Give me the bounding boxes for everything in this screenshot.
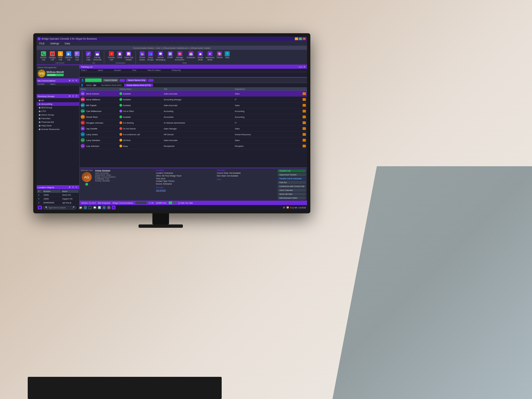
search-global-button[interactable]: Search Global xyxy=(103,79,118,82)
show-call-details-button[interactable]: 📊 Show CallDetails xyxy=(124,51,134,61)
scheduler-button[interactable]: 📅 Scheduler xyxy=(186,51,196,61)
person-name-douglas: DJ Douglas Johnson xyxy=(81,121,119,125)
hold-call-button[interactable]: ⏸ HoldCall xyxy=(57,51,64,61)
tab-address-book[interactable]: My Address Book (842) xyxy=(99,84,124,87)
search-input[interactable] xyxy=(85,78,102,82)
dept-carl: Accounting xyxy=(235,110,306,112)
dir-icon-2[interactable]: ⊙ xyxy=(72,95,75,98)
loc-name: Support HG xyxy=(61,197,79,201)
table-row[interactable]: # 16000 Support HG xyxy=(37,197,79,201)
parking-ctrl-1[interactable]: ◁ xyxy=(298,66,300,68)
dir-icon-1[interactable]: ⊕ xyxy=(69,95,71,98)
maximize-button[interactable]: □ xyxy=(299,37,302,40)
left-sidebar: Demo Receptionist MW Melissa Wendt Avail… xyxy=(37,65,80,205)
table-row[interactable]: # 16000 Demo HG xyxy=(37,193,79,197)
table-row[interactable]: AG Anna Gomez Available Sales Associate … xyxy=(80,91,307,97)
park-ext-button[interactable]: Park Ext xyxy=(278,181,306,184)
dir-item-all[interactable]: All xyxy=(37,99,79,102)
manager-link[interactable]: Jay Geottle xyxy=(156,189,166,191)
call-voicemail-button[interactable]: 📩 Call MyVoicemail xyxy=(92,51,102,61)
person-name-jay: JG Jay Geottle xyxy=(81,126,119,131)
dir-item-favorites[interactable]: Favorites xyxy=(37,117,79,120)
endpoints-label: 884 Endpoints xyxy=(98,202,111,204)
operator-avatar: MW xyxy=(38,70,45,77)
close-button[interactable]: ✕ xyxy=(303,37,306,40)
resume-call-button[interactable]: ▶ ResumeCall xyxy=(64,51,73,61)
phone-books-button[interactable]: 📚 PhoneBooks xyxy=(139,51,146,61)
dir-item-hr[interactable]: Human Resources xyxy=(37,127,79,131)
conference-button[interactable]: Conference with Current Call xyxy=(278,185,306,188)
join-calls-button[interactable]: 🔗 JoinCalls xyxy=(85,51,92,61)
person-name-anna: AG Anna Gomez xyxy=(81,91,119,96)
conv-icon-3[interactable]: ✕ xyxy=(75,79,78,82)
parking-ctrl-2[interactable]: ▷ xyxy=(301,66,303,68)
conv-icon-1[interactable]: ⊕ xyxy=(69,79,71,82)
table-row[interactable]: DR Derek Riser Available Accountant Acco… xyxy=(80,114,307,120)
setup-groups-button[interactable]: 👥 SetupGroups xyxy=(147,51,155,61)
advanced-mode-button[interactable]: ⚙ AdvancedMode xyxy=(205,51,215,61)
dir-item-accounting[interactable]: Accounting xyxy=(37,102,79,106)
simple-mode-button[interactable]: ◼ SimpleMode xyxy=(197,51,204,61)
transfer-button[interactable]: ↗ TransferCall xyxy=(107,51,116,61)
hangup-call-button[interactable]: 📵 HangupCall xyxy=(48,51,57,61)
loc-icon-2[interactable]: ⊙ xyxy=(72,186,75,189)
folder-icon xyxy=(303,116,306,118)
progress-bar xyxy=(135,201,147,204)
dir-item-financial[interactable]: Financial Aid xyxy=(37,120,79,124)
users-calendar-button[interactable]: Users Calendar xyxy=(278,189,306,192)
table-row[interactable]: LJ Larry Jones In a conference call HR D… xyxy=(80,132,307,137)
crm-button[interactable]: 📋 CRMI xyxy=(116,51,123,61)
answer-icon: 📞 xyxy=(41,51,46,56)
search-nav-icons: 👤 xyxy=(81,79,84,81)
help-button[interactable]: ? Help xyxy=(224,51,231,61)
directory-list: All Accounting BOCGroup xyxy=(37,98,79,132)
selected-user-label: Selected User xyxy=(81,169,93,171)
table-row[interactable]: JG Jay Geottle Do Not Disturb Sales Mana… xyxy=(80,126,307,132)
queue-label: Q Calls: No Calls xyxy=(178,202,193,204)
conv-icon-2[interactable]: ⊙ xyxy=(72,79,75,82)
search-names-button[interactable]: Search Names Only xyxy=(126,79,147,82)
transfer-call-action-button[interactable]: Transfer Call xyxy=(278,169,306,172)
dir-item-bocgroup[interactable]: BOCGroup xyxy=(37,106,79,109)
loc-icon-3[interactable]: ✕ xyxy=(75,186,78,189)
table-row[interactable]: AW Anne Williams Available Accounting Ma… xyxy=(80,97,307,103)
dir-icon-3[interactable]: ✕ xyxy=(75,95,78,98)
tab-wards[interactable]: Wards 13 xyxy=(84,84,99,87)
table-row[interactable]: CW Carl Williamson Out of Office Account… xyxy=(80,108,307,114)
call-details-icon: 📊 xyxy=(126,51,131,56)
answer-call-button[interactable]: 📞 AnswerCall xyxy=(39,51,47,61)
dtmf-button[interactable]: 🔢 DTMF xyxy=(167,51,173,61)
minimize-button[interactable]: ─ xyxy=(295,37,298,40)
folder-icon xyxy=(303,104,306,107)
menu-file[interactable]: FILE xyxy=(38,42,46,45)
theme-button[interactable]: 🎨 Theme xyxy=(216,51,223,61)
status-anna: Available xyxy=(119,92,164,95)
messaging-button[interactable]: 💬 SecureMessaging xyxy=(155,51,166,61)
loc-icon-1[interactable]: ⊕ xyxy=(69,186,71,189)
menu-settings[interactable]: Settings xyxy=(49,42,60,45)
menu-data[interactable]: Data xyxy=(64,42,71,45)
table-row[interactable]: BT Bill Triplett Available Sales Associa… xyxy=(80,103,307,108)
manage-exclusions-button[interactable]: ⛔ ManageExclusions xyxy=(174,51,185,61)
supervised-transfer-button[interactable]: Supervised Transfer xyxy=(278,173,306,176)
calendar-detail-section: Calendar Current State: Not Available Ne… xyxy=(217,169,275,200)
table-row[interactable]: LJ Lisa Johnson Away Receptionist Recept… xyxy=(80,143,307,149)
status-dot-derek xyxy=(119,116,122,118)
transfer-voicemail-button[interactable]: Transfer Call to Voicemail xyxy=(278,177,306,180)
dir-item-helpdesk[interactable]: Help Desk xyxy=(37,124,79,127)
selected-user-info: Anna Gomez Sales Associate Department: S… xyxy=(95,169,154,200)
dir-item-cto[interactable]: CTO xyxy=(37,109,79,113)
table-row[interactable]: # 8046554685 xgt recp gr xyxy=(37,201,79,204)
table-row[interactable]: LS Larry Sanders Off Work Sales Associat… xyxy=(80,137,307,143)
edit-extension-button[interactable]: Edit Extension Notes xyxy=(278,196,306,200)
toggle-2[interactable] xyxy=(148,79,154,82)
send-call-note-button[interactable]: Send Call Note xyxy=(278,193,306,196)
folder-icon xyxy=(303,127,306,130)
parking-ctrl-3[interactable]: ✕ xyxy=(303,66,305,68)
toggle-1[interactable] xyxy=(119,79,125,82)
tab-global-address[interactable]: Global Address Book (6778) xyxy=(124,84,153,87)
conversations-icons: ⊕ ⊙ ✕ xyxy=(69,79,78,82)
dir-item-demogroup[interactable]: Demo Group xyxy=(37,113,79,117)
find-call-button[interactable]: 🔍 FindCall xyxy=(74,51,80,61)
table-row[interactable]: DJ Douglas Johnson In a Meeting Sr Netwo… xyxy=(80,120,307,126)
